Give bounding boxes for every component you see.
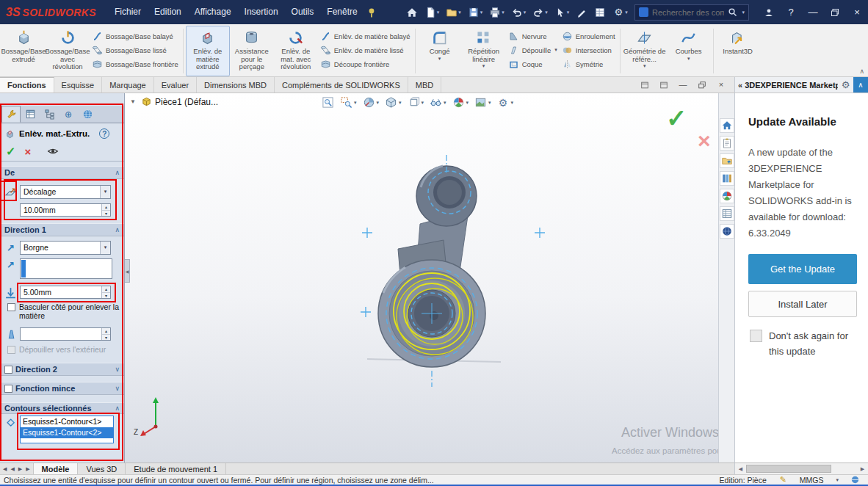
- search-icon[interactable]: [728, 7, 737, 17]
- checkbox[interactable]: [750, 330, 762, 342]
- zoom-fit-button[interactable]: [322, 96, 334, 109]
- search-box[interactable]: ▾: [634, 4, 749, 21]
- section-header-de[interactable]: De ∧: [0, 166, 124, 179]
- tab-fonctions[interactable]: Fonctions: [0, 77, 54, 93]
- next-tab-icon[interactable]: ▶: [18, 466, 22, 471]
- offset-distance-input[interactable]: 10.00mm ▴▾: [20, 203, 111, 217]
- task-pane-header[interactable]: « 3DEXPERIENCE Marketp... ⚙ ∧: [734, 77, 868, 93]
- help-button[interactable]: ?: [780, 0, 802, 24]
- units-label[interactable]: MMGS: [800, 476, 824, 485]
- library-button[interactable]: [720, 171, 734, 186]
- close-button[interactable]: ×: [846, 0, 868, 24]
- menu-fenêtre[interactable]: Fenêtre: [320, 0, 364, 24]
- ribbon-button[interactable]: Nervure: [508, 30, 557, 42]
- part-name[interactable]: Pièce1 (Défau...: [155, 97, 218, 107]
- tag-icon[interactable]: [850, 475, 860, 485]
- options-gear-button[interactable]: ⚙▾: [610, 3, 630, 21]
- pm-tab-0[interactable]: [1, 106, 21, 123]
- collapse-panel-icon[interactable]: «: [738, 81, 742, 90]
- direction-arrow-icon[interactable]: ↗: [4, 242, 17, 254]
- ribbon-collapse-icon[interactable]: ∧: [859, 68, 864, 75]
- bottom-tab-vues-3d[interactable]: Vues 3D: [78, 463, 126, 474]
- pm-tab-4[interactable]: [78, 106, 97, 123]
- checkbox[interactable]: [7, 303, 15, 311]
- ribbon-button[interactable]: Répétition linéaire▾: [462, 26, 506, 76]
- draft-angle-input[interactable]: ▴▾: [20, 327, 111, 341]
- contour-list[interactable]: Esquisse1-Contour<1>Esquisse1-Contour<2>: [20, 416, 114, 443]
- ribbon-button[interactable]: Bossage/Base frontière: [92, 58, 178, 70]
- spinner[interactable]: ▴▾: [101, 286, 110, 298]
- first-tab-icon[interactable]: ◀: [3, 466, 7, 471]
- tab-evaluer[interactable]: Evaluer: [154, 77, 197, 93]
- tab-compléments-de-solidworks[interactable]: Compléments de SOLIDWORKS: [275, 77, 408, 93]
- sheet-button[interactable]: [592, 3, 608, 21]
- ribbon-button[interactable]: Instant3D: [716, 26, 760, 76]
- view-settings-button[interactable]: ⚙▾: [497, 96, 514, 109]
- new-document-button[interactable]: ▾: [422, 3, 442, 21]
- spinner[interactable]: ▴▾: [101, 328, 110, 340]
- caret-down-icon[interactable]: ▾: [836, 477, 839, 483]
- tab-dimensions-mbd[interactable]: Dimensions MBD: [197, 77, 275, 93]
- ribbon-button[interactable]: Symétrie: [562, 58, 615, 70]
- direction2-checkbox[interactable]: [4, 366, 12, 374]
- end-condition-select[interactable]: Borgne ▾: [20, 241, 111, 255]
- doc-restore-icon[interactable]: [698, 81, 706, 90]
- contour-item[interactable]: Esquisse1-Contour<1>: [21, 416, 113, 427]
- ribbon-button[interactable]: Géométrie de référe...▾: [623, 26, 667, 76]
- tile-window-icon[interactable]: [659, 81, 668, 90]
- print-button[interactable]: ▾: [487, 3, 507, 21]
- menu-insertion[interactable]: Insertion: [238, 0, 285, 24]
- section-header-selected-contours[interactable]: Contours sélectionnés ∧: [0, 402, 124, 414]
- section-header-direction1[interactable]: Direction 1 ∧: [0, 223, 124, 236]
- scrollbar-thumb[interactable]: [746, 465, 831, 473]
- tree-collapse-icon[interactable]: ▼: [128, 97, 138, 107]
- gear-icon[interactable]: ⚙: [840, 79, 851, 90]
- select-button[interactable]: ▾: [552, 3, 572, 21]
- confirm-cancel-button[interactable]: ×: [698, 128, 711, 153]
- cancel-button[interactable]: ×: [24, 145, 31, 158]
- ribbon-button[interactable]: Enlèv. de matière balayé: [320, 30, 411, 42]
- ribbon-button[interactable]: Dépouille▾: [508, 44, 557, 56]
- tab-marquage[interactable]: Marquage: [102, 77, 154, 93]
- sketch-pencil-icon[interactable]: ✎: [778, 475, 788, 485]
- view-orientation-button[interactable]: ▾: [385, 96, 402, 109]
- confirm-ok-button[interactable]: ✓: [666, 104, 687, 133]
- pen-button[interactable]: [574, 3, 590, 21]
- restore-button[interactable]: [824, 0, 846, 24]
- pin-icon[interactable]: [366, 7, 377, 18]
- appearance-button[interactable]: [720, 189, 734, 203]
- scene-button[interactable]: ▾: [474, 96, 491, 109]
- tp-home-button[interactable]: [720, 118, 734, 133]
- ribbon-button[interactable]: Enlèv. de matière extrudé: [186, 26, 230, 76]
- feature-tree-flyout[interactable]: ▼ Pièce1 (Défau...: [128, 96, 218, 107]
- depth-input[interactable]: 5.00mm ▴▾: [20, 286, 111, 299]
- ribbon-button[interactable]: Congé▾: [418, 26, 462, 76]
- pm-tab-1[interactable]: [21, 106, 40, 123]
- ribbon-button[interactable]: Bossage/Base balayé: [92, 30, 178, 42]
- dont-ask-checkbox-row[interactable]: Don't ask again for this update: [750, 328, 864, 359]
- draft-angle-icon[interactable]: [4, 328, 17, 341]
- scroll-left-icon[interactable]: ◀: [735, 466, 746, 472]
- ribbon-button[interactable]: Découpe frontière: [320, 58, 411, 70]
- get-update-button[interactable]: Get the Update: [748, 254, 857, 284]
- ribbon-button[interactable]: Enlèv. de matière lissé: [320, 44, 411, 56]
- ribbon-button[interactable]: Bossage/Base extrudé: [1, 26, 46, 76]
- direction-reference-box[interactable]: [20, 258, 112, 279]
- ribbon-button[interactable]: Bossage/Base lissé: [92, 44, 178, 56]
- bottom-tab-etude-de-mouvement-1[interactable]: Etude de mouvement 1: [126, 463, 226, 474]
- undo-button[interactable]: ▾: [509, 3, 529, 21]
- folder-up-button[interactable]: [720, 153, 734, 168]
- flip-side-checkbox[interactable]: Basculer côté pour enlever la matière: [0, 302, 124, 323]
- task-pane-collapse-button[interactable]: ∧: [853, 77, 868, 93]
- ribbon-button[interactable]: Assistance pour le perçage: [230, 26, 274, 76]
- appearance-button[interactable]: ▾: [452, 96, 469, 109]
- help-circle-icon[interactable]: ?: [99, 128, 109, 139]
- bottom-tab-modèle[interactable]: Modèle: [33, 463, 79, 474]
- contour-item[interactable]: Esquisse1-Contour<2>: [21, 427, 113, 438]
- tab-esquisse[interactable]: Esquisse: [54, 77, 103, 93]
- tab-mbd[interactable]: MBD: [408, 77, 441, 93]
- section-header-thin-feature[interactable]: Fonction mince ∨: [0, 382, 124, 395]
- spinner[interactable]: ▴▾: [101, 204, 110, 216]
- menu-edition[interactable]: Edition: [148, 0, 188, 24]
- zoom-area-button[interactable]: ▾: [340, 96, 357, 109]
